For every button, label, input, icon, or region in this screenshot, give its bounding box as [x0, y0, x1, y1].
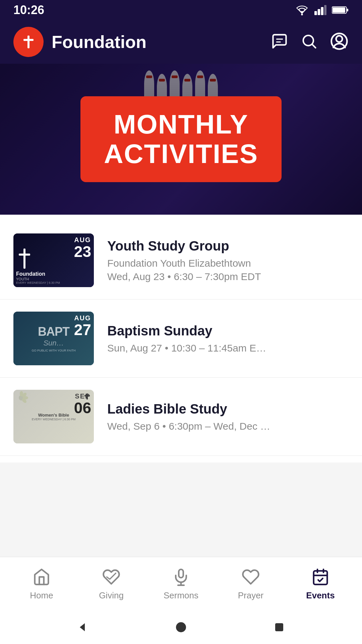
event-name-baptism: Baptism Sunday [107, 323, 349, 338]
calendar-check-icon [311, 568, 329, 586]
floral-decoration-icon [15, 391, 28, 405]
profile-button[interactable] [330, 32, 349, 52]
wifi-icon [295, 5, 309, 15]
svg-rect-26 [314, 571, 327, 585]
event-thumbnail-baptism: BAPT Sun… GO PUBLIC WITH YOUR FAITH AUG … [13, 312, 94, 365]
event-item-baptism-sunday[interactable]: BAPT Sun… GO PUBLIC WITH YOUR FAITH AUG … [0, 300, 362, 378]
home-nav-icon [32, 567, 52, 587]
nav-item-sermons[interactable]: Sermons [146, 567, 216, 601]
nav-item-giving[interactable]: Giving [76, 567, 146, 601]
event-info-ladies: Ladies Bible Study Wed, Sep 6 • 6:30pm –… [107, 401, 349, 432]
home-icon [33, 568, 51, 586]
nav-label-sermons: Sermons [164, 590, 198, 601]
back-arrow-icon [77, 621, 89, 633]
svg-rect-3 [321, 7, 324, 15]
event-time-baptism: Sun, Aug 27 • 10:30 – 11:45am E… [107, 342, 349, 354]
nav-label-events: Events [306, 590, 335, 601]
svg-rect-15 [19, 254, 30, 256]
banner-title-line2: ACTIVITIES [104, 139, 258, 169]
home-circle-icon [175, 621, 187, 633]
recents-square-icon [274, 622, 285, 633]
svg-rect-1 [314, 11, 317, 15]
event-item-youth-study-group[interactable]: AUG 23 Foundation YOUTH EVERY WEDNESDAY … [0, 221, 362, 300]
svg-marker-30 [80, 623, 85, 631]
svg-rect-9 [23, 39, 34, 41]
svg-rect-14 [23, 249, 25, 269]
profile-icon [330, 32, 349, 51]
app-title: Foundation [52, 32, 146, 52]
svg-point-0 [301, 14, 303, 15]
svg-point-13 [336, 36, 343, 42]
app-logo[interactable] [13, 27, 44, 57]
svg-point-10 [303, 36, 313, 46]
event-thumbnail-ladies: Women's Bible EVERY WEDNESDAY | 6:30 PM … [13, 390, 94, 443]
header-actions [271, 32, 349, 52]
status-bar: 10:26 [0, 0, 362, 20]
microphone-icon [172, 568, 190, 586]
ladies-date-badge: SEP 06 [74, 392, 91, 416]
nav-label-giving: Giving [99, 590, 124, 601]
status-icons [295, 5, 349, 15]
svg-rect-7 [347, 9, 348, 11]
nav-label-home: Home [30, 590, 53, 601]
giving-icon [102, 568, 120, 586]
prayer-nav-icon [241, 567, 261, 587]
system-navigation-bar [0, 610, 362, 644]
nav-item-events[interactable]: Events [286, 567, 355, 601]
search-button[interactable] [300, 33, 318, 51]
banner-title-line1: MONTHLY [104, 110, 258, 139]
youth-thumb-labels: Foundation YOUTH EVERY WEDNESDAY | 6:30 … [16, 271, 91, 284]
youth-cross-icon [16, 247, 33, 274]
event-item-ladies-bible-study[interactable]: Women's Bible EVERY WEDNESDAY | 6:30 PM … [0, 378, 362, 456]
event-list: AUG 23 Foundation YOUTH EVERY WEDNESDAY … [0, 215, 362, 463]
nav-item-prayer[interactable]: Prayer [216, 567, 286, 601]
giving-nav-icon [101, 567, 121, 587]
logo-cross-icon [20, 34, 37, 50]
event-name-ladies: Ladies Bible Study [107, 401, 349, 417]
banner-badge: MONTHLY ACTIVITIES [80, 96, 282, 182]
event-org-youth: Foundation Youth Elizabethtown [107, 258, 349, 269]
svg-rect-8 [27, 36, 29, 48]
event-time-youth: Wed, Aug 23 • 6:30 – 7:30pm EDT [107, 271, 349, 282]
event-thumbnail-youth: AUG 23 Foundation YOUTH EVERY WEDNESDAY … [13, 233, 94, 287]
chat-icon [271, 33, 288, 50]
signal-icon [314, 5, 326, 15]
svg-rect-6 [333, 7, 345, 13]
youth-thumb-content: AUG 23 Foundation YOUTH EVERY WEDNESDAY … [13, 233, 94, 287]
svg-rect-23 [179, 570, 183, 578]
header-brand: Foundation [13, 27, 146, 57]
battery-icon [332, 5, 349, 15]
event-info-baptism: Baptism Sunday Sun, Aug 27 • 10:30 – 11:… [107, 323, 349, 354]
events-nav-icon [310, 567, 330, 587]
svg-rect-32 [275, 623, 283, 631]
youth-date-badge: AUG 23 [74, 236, 91, 259]
baptism-date-badge: AUG 27 [74, 314, 91, 337]
svg-rect-4 [324, 5, 326, 15]
svg-line-11 [312, 45, 315, 48]
nav-item-home[interactable]: Home [7, 567, 76, 601]
bottom-navigation: Home Giving Sermons Prayer [0, 557, 362, 610]
svg-rect-2 [318, 9, 320, 15]
home-button[interactable] [173, 619, 189, 636]
nav-label-prayer: Prayer [238, 590, 264, 601]
recents-button[interactable] [271, 619, 288, 636]
status-time: 10:26 [13, 3, 44, 17]
event-info-youth: Youth Study Group Foundation Youth Eliza… [107, 238, 349, 282]
monthly-activities-banner[interactable]: MONTHLY ACTIVITIES [0, 64, 362, 215]
svg-point-31 [176, 622, 186, 632]
event-name-youth: Youth Study Group [107, 238, 349, 254]
search-icon [300, 33, 318, 50]
chat-button[interactable] [271, 33, 288, 51]
event-time-ladies: Wed, Sep 6 • 6:30pm – Wed, Dec … [107, 421, 349, 432]
app-header: Foundation [0, 20, 362, 64]
back-button[interactable] [74, 619, 91, 636]
sermons-nav-icon [171, 567, 191, 587]
heart-icon [242, 568, 260, 586]
